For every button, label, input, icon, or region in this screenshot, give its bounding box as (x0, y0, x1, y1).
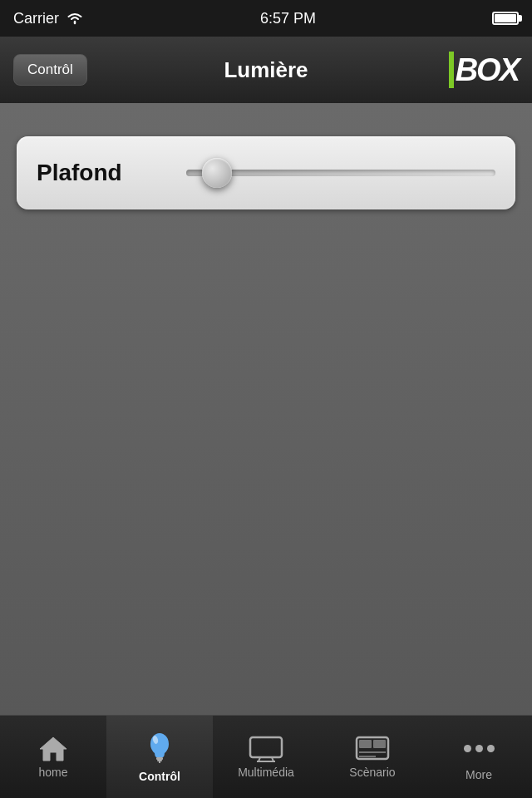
wifi-icon (66, 12, 84, 25)
slider-track[interactable] (186, 170, 495, 176)
tab-multimedia-label: Multimédia (238, 766, 294, 779)
tab-scenario[interactable]: Scènario (319, 716, 426, 798)
nav-title: Lumière (224, 57, 308, 83)
svg-rect-11 (359, 740, 372, 748)
tab-scenario-label: Scènario (349, 766, 395, 779)
more-dots-icon (464, 733, 495, 765)
main-content: Plafond (0, 103, 532, 715)
brand-logo: BOX (449, 52, 519, 88)
slider-thumb[interactable] (202, 158, 232, 188)
dot-1 (464, 745, 471, 752)
tab-more[interactable]: More (426, 716, 532, 798)
home-icon (38, 736, 68, 762)
tab-home-label: home (38, 766, 67, 779)
slider-label: Plafond (37, 160, 170, 186)
tab-control-label: Contrôl (139, 770, 180, 783)
status-time: 6:57 PM (260, 10, 316, 27)
tab-more-label: More (466, 768, 492, 781)
tab-bar: home Contrôl Multimédia (0, 715, 532, 798)
svg-rect-2 (156, 757, 163, 760)
nav-bar: Contrôl Lumière BOX (0, 37, 532, 103)
dot-2 (475, 745, 483, 752)
svg-rect-12 (373, 740, 386, 748)
tab-home[interactable]: home (0, 716, 106, 798)
svg-marker-0 (40, 737, 66, 761)
status-bar: Carrier 6:57 PM (0, 0, 532, 37)
carrier-label: Carrier (13, 10, 59, 27)
brand-bar-accent (449, 52, 454, 88)
bulb-icon (147, 732, 172, 766)
monitor-icon (249, 736, 283, 762)
scenario-icon (355, 736, 390, 762)
svg-rect-6 (250, 737, 282, 757)
svg-rect-3 (157, 760, 162, 761)
brand-text: BOX (456, 52, 519, 88)
slider-row: Plafond (17, 136, 515, 209)
svg-point-1 (150, 733, 169, 755)
dot-3 (487, 745, 495, 752)
battery-icon (492, 12, 519, 25)
back-button[interactable]: Contrôl (13, 54, 87, 86)
carrier-info: Carrier (13, 10, 84, 27)
tab-control[interactable]: Contrôl (106, 716, 213, 798)
slider-container[interactable] (186, 160, 495, 185)
tab-multimedia[interactable]: Multimédia (213, 716, 319, 798)
